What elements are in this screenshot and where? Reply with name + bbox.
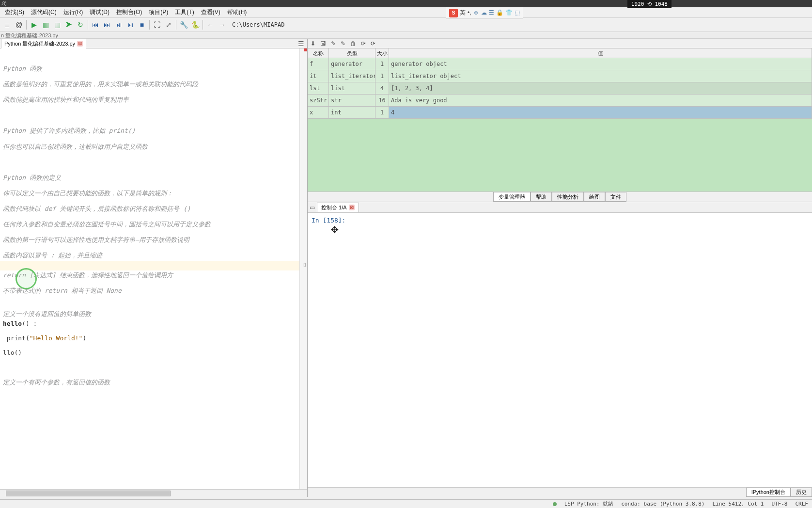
run-icon[interactable]: ▶ — [29, 19, 39, 30]
code-line: hello() : — [3, 319, 304, 329]
ime-skin-icon[interactable]: 👕 — [505, 9, 513, 16]
menu-tools[interactable]: 工具(T) — [172, 7, 197, 17]
status-encoding[interactable]: UTF-8 — [771, 501, 787, 507]
editor-scrollbar[interactable] — [0, 489, 307, 497]
var-size: 4 — [375, 82, 389, 94]
table-row[interactable]: x int 1 4 — [308, 107, 812, 119]
header-type[interactable]: 类型 — [329, 48, 375, 58]
editor-minimap[interactable]: ▯ — [299, 48, 307, 489]
refresh2-icon[interactable]: ⟳ — [371, 40, 375, 47]
table-row[interactable]: it list_iterator 1 list_iterator object — [308, 70, 812, 82]
menu-console[interactable]: 控制台(O) — [113, 7, 145, 17]
at-icon[interactable]: @ — [14, 19, 24, 30]
string-literal: "Hello World!" — [30, 334, 83, 342]
separator — [88, 20, 88, 30]
debug-step-into-icon[interactable]: ⏯ — [113, 19, 124, 30]
ime-widget[interactable]: S 英 •, ☺ ☁ ☰ 🔒 👕 ⬚ — [446, 7, 523, 19]
resolution-indicator: 1920 ⟲ 1048 — [627, 0, 671, 8]
pythonpath-icon[interactable]: 🐍 — [190, 19, 201, 30]
console-body[interactable]: In [158]: ✥ — [308, 213, 812, 487]
status-eol[interactable]: CRLF — [796, 501, 809, 507]
separator — [176, 20, 176, 30]
tab-profiler[interactable]: 性能分析 — [552, 192, 584, 202]
code-line: 函数内容以冒号 : 起始，并且缩进 — [3, 251, 304, 260]
status-line-col[interactable]: Line 5412, Col 1 — [712, 501, 764, 507]
var-value: list_iterator object — [389, 70, 812, 82]
table-row[interactable]: lst list 4 [1, 2, 3, 4] — [308, 82, 812, 95]
debug-step-over-icon[interactable]: ⏭ — [102, 19, 112, 30]
save-icon[interactable]: 🖫 — [320, 40, 326, 47]
var-value: [1, 2, 3, 4] — [389, 82, 812, 94]
refresh-icon[interactable]: ⟳ — [361, 40, 366, 47]
menu-project[interactable]: 项目(P) — [146, 7, 171, 17]
status-conda[interactable]: conda: base (Python 3.8.8) — [621, 501, 704, 507]
import-icon[interactable]: ⬇ — [311, 40, 315, 47]
ime-face-icon[interactable]: ☺ — [473, 9, 479, 16]
code-line: 你可以定义一个由自己想要功能的函数，以下是简单的规则： — [3, 189, 304, 198]
code-line: 函数的第一行语句可以选择性地使用文档字符串—用于存放函数说明 — [3, 235, 304, 245]
menu-debug[interactable]: 调试(D) — [87, 7, 112, 17]
minimap-marker-icon — [304, 48, 307, 51]
console-prompt: In [158]: — [312, 217, 345, 224]
scrollbar-thumb[interactable] — [6, 491, 171, 496]
editor-tab-active[interactable]: Python 量化编程基础-2023.py ⊠ — [1, 39, 86, 48]
ime-menu-icon[interactable]: ☰ — [489, 9, 494, 16]
file-path-bar: n 量化编程基础-2023.py — [0, 32, 812, 39]
run-cell-advance-icon[interactable]: ▦ — [52, 19, 62, 30]
editor-tab-label: Python 量化编程基础-2023.py — [4, 40, 75, 48]
tab-help[interactable]: 帮助 — [531, 192, 552, 202]
tab-plots[interactable]: 绘图 — [584, 192, 605, 202]
tab-history[interactable]: 历史 — [791, 488, 812, 497]
ime-cloud-icon[interactable]: ☁ — [481, 9, 487, 16]
header-value[interactable]: 值 — [389, 48, 812, 58]
ime-language-label[interactable]: 英 — [460, 9, 466, 16]
editor-body[interactable]: Python 函数 函数是组织好的，可重复使用的，用来实现单一或相关联功能的代码… — [0, 48, 307, 489]
header-size[interactable]: 大小 — [375, 48, 389, 58]
table-row[interactable]: f generator 1 generator object — [308, 58, 812, 70]
delete-icon[interactable]: 🗑 — [350, 40, 356, 47]
close-icon[interactable]: ⊠ — [349, 205, 355, 210]
right-pane: ⬇ 🖫 ✎ ✎ 🗑 ⟳ ⟳ 名称 类型 大小 值 f generator 1 g… — [308, 39, 812, 497]
code-line: 任何传入参数和自变量必须放在圆括号中间，圆括号之间可以用于定义参数 — [3, 220, 304, 229]
code-line: 定义一个有两个参数，有返回值的函数 — [3, 378, 304, 387]
workdir-path[interactable]: C:\Users\MIAPAD — [232, 21, 284, 28]
menu-source[interactable]: 源代码(C) — [28, 7, 60, 17]
tab-files[interactable]: 文件 — [605, 192, 626, 202]
code-line: Python 提供了许多内建函数，比如 print() — [3, 126, 304, 136]
table-row[interactable]: szStr str 16 Ada is very good — [308, 95, 812, 107]
var-value: 4 — [389, 107, 812, 118]
menu-find[interactable]: 查找(S) — [2, 7, 27, 17]
debug-step-back-icon[interactable]: ⏮ — [90, 19, 101, 30]
menu-help[interactable]: 帮助(H) — [224, 7, 250, 17]
menu-view[interactable]: 查看(V) — [198, 7, 223, 17]
menu-run[interactable]: 运行(R) — [61, 7, 86, 17]
run-selection-icon[interactable]: ⮞ — [63, 19, 74, 30]
header-name[interactable]: 名称 — [308, 48, 329, 58]
saveas-icon[interactable]: ✎ — [331, 40, 336, 47]
nav-back-icon[interactable]: ← — [205, 19, 216, 30]
tab-ipython-console[interactable]: IPython控制台 — [746, 488, 791, 497]
edit-icon[interactable]: ✎ — [341, 40, 345, 47]
debug-stop-icon[interactable]: ■ — [137, 19, 147, 30]
maximize-icon[interactable]: ⛶ — [152, 19, 162, 30]
close-icon[interactable]: ⊠ — [77, 41, 83, 47]
rerun-icon[interactable]: ↻ — [75, 19, 86, 30]
browse-icon[interactable]: ▭ — [310, 204, 315, 211]
ime-punct-label[interactable]: •, — [468, 9, 471, 16]
preferences-icon[interactable]: 🔧 — [178, 19, 189, 30]
editor-options-icon[interactable]: ☰ — [298, 40, 304, 48]
separator — [26, 20, 27, 30]
debug-step-out-icon[interactable]: ⏯ — [125, 19, 136, 30]
status-lsp[interactable]: LSP Python: 就绪 — [564, 500, 613, 508]
ime-box-icon[interactable]: ⬚ — [515, 9, 520, 16]
nav-forward-icon[interactable]: → — [217, 19, 227, 30]
tab-variable-explorer[interactable]: 变量管理器 — [493, 192, 531, 202]
console-tab-active[interactable]: 控制台 1/A ⊠ — [317, 203, 359, 212]
lsp-status-icon — [553, 502, 557, 506]
ime-lock-icon[interactable]: 🔒 — [496, 9, 503, 16]
outline-icon[interactable]: ≣ — [2, 19, 13, 30]
run-cell-icon[interactable]: ▦ — [40, 19, 51, 30]
fullscreen-icon[interactable]: ⤢ — [163, 19, 174, 30]
toolbar: ≣ @ ▶ ▦ ▦ ⮞ ↻ ⏮ ⏭ ⏯ ⏯ ■ ⛶ ⤢ 🔧 🐍 ← → C:\U… — [0, 18, 812, 32]
titlebar-dark: .8) 1920 ⟲ 1048 S 英 •, ☺ ☁ ☰ 🔒 👕 ⬚ — [0, 0, 812, 7]
